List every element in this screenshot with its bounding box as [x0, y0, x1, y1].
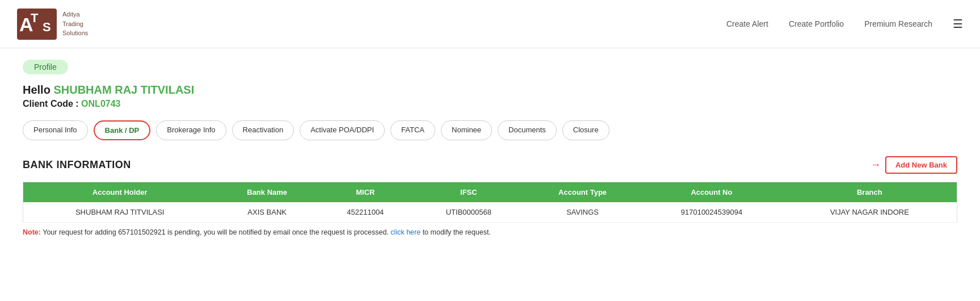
note-text: Your request for adding 657101502921 is … [43, 228, 389, 236]
nav-create-alert[interactable]: Create Alert [726, 19, 768, 28]
note-suffix: to modify the request. [423, 228, 491, 236]
svg-text:T: T [31, 11, 39, 25]
nav-create-portfolio[interactable]: Create Portfolio [789, 19, 844, 28]
header: A T S Aditya Trading Solutions Create Al… [0, 0, 980, 48]
tab-closure[interactable]: Closure [562, 120, 609, 140]
user-name: SHUBHAM RAJ TITVILASI [53, 83, 194, 96]
tab-reactivation[interactable]: Reactivation [232, 120, 295, 140]
logo-box: A T S [17, 7, 57, 41]
cell-account-holder: SHUBHAM RAJ TITVILASI [23, 202, 217, 223]
col-account-holder: Account Holder [23, 182, 217, 203]
cell-micr: 452211004 [318, 202, 413, 223]
greeting: Hello SHUBHAM RAJ TITVILASI [23, 83, 957, 97]
section-title-row: BANK INFORMATION → Add New Bank [23, 156, 957, 174]
client-code-value: ONL0743 [81, 99, 120, 108]
cell-account-no: 917010024539094 [641, 202, 782, 223]
tab-brokerage-info[interactable]: Brokerage Info [156, 120, 226, 140]
client-code-row: Client Code : ONL0743 [23, 99, 957, 109]
note-label: Note: [23, 228, 41, 236]
main-content: Profile Hello SHUBHAM RAJ TITVILASI Clie… [0, 48, 980, 248]
arrow-right-icon: → [870, 159, 881, 171]
col-micr: MICR [318, 182, 413, 203]
nav-premium-research[interactable]: Premium Research [864, 19, 932, 28]
add-new-bank-button[interactable]: Add New Bank [885, 156, 957, 174]
table-row: SHUBHAM RAJ TITVILASI AXIS BANK 45221100… [23, 202, 957, 223]
col-account-no: Account No [641, 182, 782, 203]
tab-documents[interactable]: Documents [498, 120, 557, 140]
tab-activate-poa[interactable]: Activate POA/DDPI [300, 120, 385, 140]
greeting-prefix: Hello [23, 83, 53, 96]
note-click-here-link[interactable]: click here [390, 228, 420, 236]
cell-bank-name: AXIS BANK [216, 202, 318, 223]
hamburger-icon[interactable]: ☰ [953, 17, 963, 31]
nav-links: Create Alert Create Portfolio Premium Re… [726, 17, 963, 31]
tab-fatca[interactable]: FATCA [390, 120, 435, 140]
logo-area: A T S Aditya Trading Solutions [17, 7, 88, 41]
logo-text: Aditya Trading Solutions [62, 10, 88, 38]
tabs-container: Personal Info Bank / DP Brokerage Info R… [23, 120, 957, 140]
table-header-row: Account Holder Bank Name MICR IFSC Accou… [23, 182, 957, 203]
col-bank-name: Bank Name [216, 182, 318, 203]
add-bank-wrapper: → Add New Bank [870, 156, 957, 174]
svg-text:S: S [43, 20, 51, 34]
client-code-prefix: Client Code : [23, 99, 81, 108]
note-row: Note: Your request for adding 6571015029… [23, 228, 957, 236]
cell-ifsc: UTIB0000568 [413, 202, 524, 223]
bank-section-title: BANK INFORMATION [23, 159, 131, 171]
col-account-type: Account Type [524, 182, 641, 203]
cell-account-type: SAVINGS [524, 202, 641, 223]
cell-branch: VIJAY NAGAR INDORE [783, 202, 957, 223]
tab-personal-info[interactable]: Personal Info [23, 120, 88, 140]
profile-badge: Profile [23, 60, 68, 74]
col-branch: Branch [783, 182, 957, 203]
tab-bank-dp[interactable]: Bank / DP [94, 120, 151, 140]
bank-table: Account Holder Bank Name MICR IFSC Accou… [23, 182, 957, 223]
col-ifsc: IFSC [413, 182, 524, 203]
tab-nominee[interactable]: Nominee [441, 120, 492, 140]
